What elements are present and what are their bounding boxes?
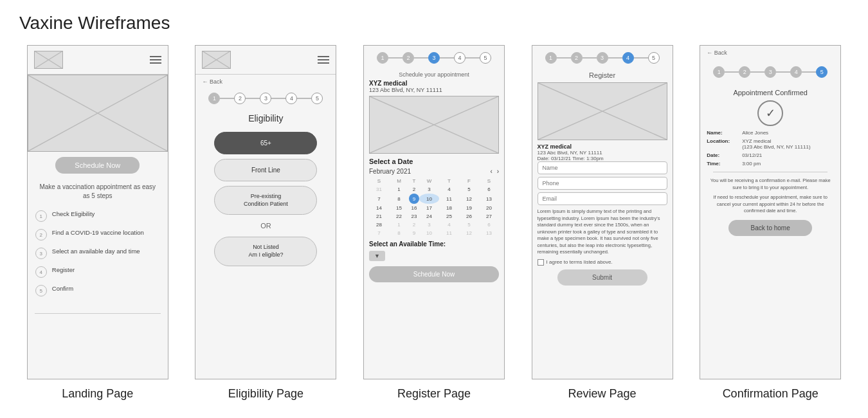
cal-cell-23[interactable]: 23 — [409, 212, 419, 221]
submit-button[interactable]: Submit — [557, 269, 647, 286]
confirmation-label: Confirmation Page — [723, 387, 818, 401]
schedule-now-button-2[interactable]: Schedule Now — [369, 266, 499, 282]
calendar-nav: ‹ › — [491, 168, 499, 175]
cal-cell-5[interactable]: 5 — [459, 185, 479, 194]
cal-cell-4[interactable]: 4 — [439, 185, 459, 194]
cal-cell-9-today[interactable]: 9 — [409, 194, 419, 204]
cal-cell-31[interactable]: 31 — [369, 185, 389, 194]
cal-row-4: 21 22 23 24 25 26 27 — [369, 212, 499, 221]
review-lorem-text: Lorem Ipsum is simply dummy text of the … — [538, 208, 667, 256]
back-home-button[interactable]: Back to home — [728, 220, 812, 236]
time-dropdown[interactable]: ▼ — [369, 251, 385, 261]
elig-btn-preexisting[interactable]: Pre-existingCondition Patient — [214, 186, 317, 215]
register-body: Schedule your appointment XYZ medical 12… — [364, 68, 504, 291]
cal-cell-20[interactable]: 20 — [479, 204, 499, 212]
cal-cell-10b[interactable]: 10 — [419, 229, 439, 237]
review-location-img — [538, 82, 667, 140]
cal-cell-3b[interactable]: 3 — [419, 221, 439, 229]
cal-row-6: 7 8 9 10 11 12 13 — [369, 229, 499, 237]
review-step-line-4 — [634, 57, 648, 59]
elig-step-indicator: 1 2 3 4 5 — [195, 89, 336, 108]
elig-header — [195, 46, 336, 75]
cal-cell-7b[interactable]: 7 — [369, 229, 389, 237]
conf-title: Appointment Confirmed — [707, 89, 834, 96]
cal-cell-26[interactable]: 26 — [459, 212, 479, 221]
confirmation-phone-frame: ← Back 1 2 3 4 5 Appointment Confirmed ✓ — [700, 45, 841, 379]
eligibility-label: Eligibility Page — [228, 387, 303, 401]
cal-row-5: 28 1 2 3 4 5 6 — [369, 221, 499, 229]
cal-cell-16[interactable]: 16 — [409, 204, 419, 212]
cal-cell-25[interactable]: 25 — [439, 212, 459, 221]
conf-date-label: Date: — [707, 152, 739, 158]
cal-cell-1a[interactable]: 1 — [389, 185, 409, 194]
cal-cell-22[interactable]: 22 — [389, 212, 409, 221]
conf-step-3: 3 — [764, 66, 776, 78]
confirmation-page-col: ← Back 1 2 3 4 5 Appointment Confirmed ✓ — [692, 45, 849, 401]
cal-cell-14[interactable]: 14 — [369, 204, 389, 212]
elig-btn-notlisted[interactable]: Not ListedAm I eligible? — [214, 237, 317, 266]
cal-cell-18[interactable]: 18 — [439, 204, 459, 212]
cal-cell-12b[interactable]: 12 — [459, 229, 479, 237]
cal-cell-15[interactable]: 15 — [389, 204, 409, 212]
elig-title: Eligibility — [195, 108, 336, 127]
elig-step-5: 5 — [311, 93, 323, 104]
cal-cell-1b[interactable]: 1 — [389, 221, 409, 229]
step-num-1: 1 — [35, 210, 47, 222]
review-name-input[interactable] — [538, 161, 667, 174]
cal-cell-6b[interactable]: 6 — [479, 221, 499, 229]
cal-cell-2b[interactable]: 2 — [409, 221, 419, 229]
cal-cell-9b[interactable]: 9 — [409, 229, 419, 237]
elig-back-button[interactable]: ← Back — [195, 75, 336, 89]
elig-step-line-1 — [220, 98, 234, 99]
review-body: Register XYZ medical 123 Abc Blvd, NY, N… — [532, 68, 673, 293]
cal-cell-7[interactable]: 7 — [369, 194, 389, 204]
cal-cell-8[interactable]: 8 — [389, 194, 409, 204]
reg-step-5: 5 — [480, 52, 491, 64]
elig-btn-65plus[interactable]: 65+ — [214, 132, 317, 154]
reg-step-4: 4 — [454, 52, 466, 64]
elig-step-line-2 — [246, 98, 260, 99]
prev-month-btn[interactable]: ‹ — [491, 168, 493, 175]
cal-cell-13b[interactable]: 13 — [479, 229, 499, 237]
checkmark-symbol: ✓ — [766, 106, 775, 120]
eligibility-phone-frame: ← Back 1 2 3 4 5 Eligibility 65+ Front L… — [195, 45, 336, 379]
conf-back-button[interactable]: ← Back — [700, 46, 840, 60]
cal-cell-11b[interactable]: 11 — [439, 229, 459, 237]
review-checkbox[interactable] — [538, 259, 544, 266]
cal-cell-8b[interactable]: 8 — [389, 229, 409, 237]
confirmation-body: Appointment Confirmed ✓ Name: Alice Jone… — [700, 82, 840, 245]
cal-cell-13[interactable]: 13 — [479, 194, 499, 204]
cal-cell-2[interactable]: 2 — [409, 185, 419, 194]
reg-step-line-1 — [388, 57, 402, 59]
calendar-month: February 2021 — [369, 168, 411, 175]
cal-cell-6[interactable]: 6 — [479, 185, 499, 194]
cal-cell-19[interactable]: 19 — [459, 204, 479, 212]
cal-cell-10-highlight[interactable]: 10 — [419, 194, 439, 204]
main-title: Vaxine Wireframes — [19, 13, 849, 33]
elig-btn-frontline[interactable]: Front Line — [214, 159, 317, 181]
hamburger-icon[interactable] — [150, 56, 161, 64]
conf-divider — [713, 172, 827, 172]
cal-cell-28[interactable]: 28 — [369, 221, 389, 229]
next-month-btn[interactable]: › — [497, 168, 499, 175]
schedule-now-button[interactable]: Schedule Now — [55, 157, 140, 174]
review-step-1: 1 — [545, 52, 557, 64]
review-phone-input[interactable] — [538, 177, 667, 190]
cal-cell-11[interactable]: 11 — [439, 194, 459, 204]
cal-cell-27[interactable]: 27 — [479, 212, 499, 221]
cal-cell-24[interactable]: 24 — [419, 212, 439, 221]
cal-cell-12[interactable]: 12 — [459, 194, 479, 204]
elig-hamburger-icon[interactable] — [318, 56, 329, 64]
cal-cell-5b[interactable]: 5 — [459, 221, 479, 229]
conf-step-4: 4 — [790, 66, 802, 78]
review-email-input[interactable] — [538, 192, 667, 205]
cal-cell-21[interactable]: 21 — [369, 212, 389, 221]
cal-cell-4b[interactable]: 4 — [439, 221, 459, 229]
cal-cell-17[interactable]: 17 — [419, 204, 439, 212]
cal-cell-3[interactable]: 3 — [419, 185, 439, 194]
calendar-grid: S M T W T F S 31 1 2 — [369, 177, 499, 237]
landing-page-col: Schedule Now Make a vaccination appointm… — [19, 45, 176, 401]
landing-hero-img — [28, 75, 168, 152]
conf-step-5: 5 — [816, 66, 827, 78]
step-item-2: 2 Find a COVID-19 vaccine location — [35, 228, 160, 241]
